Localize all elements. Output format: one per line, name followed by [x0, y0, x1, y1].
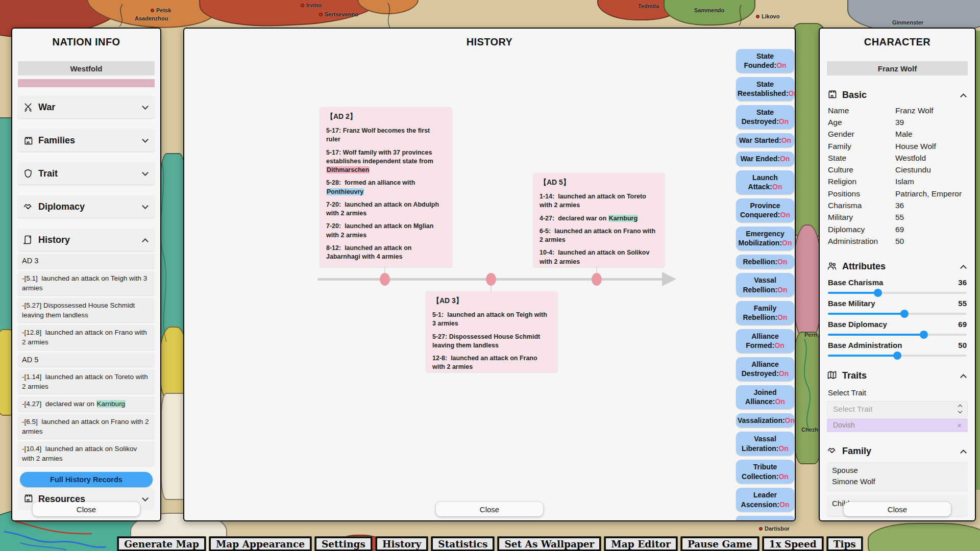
timeline-dot[interactable] [592, 273, 602, 286]
toggle-rebellion[interactable]: Rebellion:On [736, 255, 794, 269]
kv-label: Culture [828, 165, 895, 174]
city-marker-dot [301, 4, 304, 7]
toggle-state: On [772, 183, 782, 191]
toggle-state: On [777, 313, 787, 321]
nation-close-button[interactable]: Close [33, 502, 140, 516]
toggle-alliance-destroyed[interactable]: Alliance Destroyed:On [736, 357, 794, 381]
family-section-label: Family [842, 446, 956, 457]
attribute-sliders: Base Charisma36Base Military55Base Diplo… [827, 278, 968, 357]
slider-thumb[interactable] [893, 352, 901, 360]
trait-select[interactable]: Select Trait [827, 401, 968, 417]
toggle-joined-alliance[interactable]: Joined Alliance:On [736, 385, 794, 409]
toolbar-history[interactable]: History [376, 537, 428, 551]
slider-track[interactable] [828, 355, 967, 357]
section-row-war[interactable]: War [18, 96, 155, 118]
toggle-emergency-mobilization[interactable]: Emergency Mobilization:On [736, 227, 794, 251]
toggle-state-reestablished[interactable]: State Reestablished:On [736, 77, 794, 101]
toggle-war-ended[interactable]: War Ended:On [736, 152, 794, 166]
toggle-state-founded[interactable]: State Founded:On [736, 49, 794, 73]
card-title: 【AD 3】 [432, 296, 551, 306]
history-year-header[interactable]: AD 3 [18, 254, 155, 268]
toggle-province-conquered[interactable]: Province Conquered:On [736, 198, 794, 222]
section-row-trait[interactable]: Trait [18, 162, 155, 185]
section-row-history[interactable]: History [18, 229, 155, 251]
full-history-records-button[interactable]: Full History Records [20, 472, 153, 487]
select-trait-label: Select Trait [827, 388, 968, 397]
toggle-vassal-rebellion[interactable]: Vassal Rebellion:On [736, 273, 794, 297]
toggle-state: On [781, 136, 791, 144]
history-close-button[interactable]: Close [436, 502, 543, 516]
chevron-down-icon [142, 103, 149, 110]
toggle-leader-ascension[interactable]: Leader Ascension:On [736, 488, 794, 512]
toolbar-map-editor[interactable]: Map Editor [604, 537, 677, 551]
toggle-tribute-collection[interactable]: Tribute Collection:On [736, 460, 794, 484]
city-marker-dot [151, 9, 154, 12]
toggle-family-rebellion[interactable]: Family Rebellion:On [736, 301, 794, 325]
map-label: Pern [804, 332, 817, 338]
section-label: War [38, 102, 138, 113]
slider-value: 55 [958, 299, 967, 308]
toggle-state-destroyed[interactable]: State Destroyed:On [736, 105, 794, 129]
chevron-down-icon [142, 495, 149, 502]
toggle-vassal-liberation[interactable]: Vassal Liberation:On [736, 432, 794, 456]
history-event-item[interactable]: -[6.5] launched an attack on Frano with … [18, 414, 155, 439]
card-event: 5-17: Wolf family with 37 provinces esta… [326, 148, 446, 175]
timeline-dot[interactable] [486, 273, 496, 286]
castle-icon [827, 89, 837, 99]
map-label: Chezh [801, 427, 818, 433]
nation-name-button[interactable]: Westfold [18, 61, 155, 76]
chip-remove-icon[interactable]: × [957, 421, 962, 430]
history-event-item[interactable]: -[5.27] Dispossessed House Schmidt leavi… [18, 298, 155, 322]
section-row-families[interactable]: Families [18, 129, 155, 152]
toggle-state: On [778, 444, 788, 453]
toggle-war-started[interactable]: War Started:On [736, 133, 794, 147]
timeline-dot[interactable] [380, 273, 390, 286]
kv-label: Diplomacy [828, 225, 895, 234]
toolbar-1x-speed[interactable]: 1x Speed [763, 537, 823, 551]
toggle-partially-visible[interactable] [736, 516, 794, 521]
map-label: Likovo [762, 13, 779, 19]
slider-thumb[interactable] [900, 310, 909, 318]
character-name-button[interactable]: Franz Wolf [827, 61, 968, 76]
handshake-icon [23, 202, 33, 212]
kv-value: 55 [895, 213, 968, 222]
card-event: 5-27: Dispossessed House Schmidt leaving… [432, 333, 551, 350]
toolbar-tips[interactable]: Tips [827, 537, 863, 551]
slider-track[interactable] [828, 334, 967, 336]
castle-icon [23, 135, 33, 145]
toolbar-pause-game[interactable]: Pause Game [681, 537, 759, 551]
traits-section-label: Traits [842, 370, 956, 381]
slider-track[interactable] [828, 313, 967, 315]
card-event: 8-12: launched an attack on Jabarnhagi w… [326, 244, 446, 262]
toolbar-set-as-wallpaper[interactable]: Set As Wallpaper [498, 537, 601, 551]
map-label: Asadenzhou [135, 15, 168, 21]
slider-track[interactable] [828, 292, 967, 294]
history-event-item[interactable]: -[10.4] launched an attack on Solikov wi… [18, 441, 155, 466]
section-header-traits[interactable]: Traits [827, 370, 968, 382]
section-row-diplomacy[interactable]: Diplomacy [18, 195, 155, 218]
toolbar-generate-map[interactable]: Generate Map [117, 537, 206, 551]
history-event-item[interactable]: -[12.8] launched an attack on Frano with… [18, 325, 155, 349]
toggle-launch-attack[interactable]: Launch Attack:On [736, 170, 794, 194]
spouse-row[interactable]: Spouse Simone Wolf [827, 462, 968, 491]
section-label: Diplomacy [38, 202, 138, 212]
history-year-header[interactable]: AD 5 [18, 353, 155, 367]
character-close-button[interactable]: Close [844, 502, 951, 516]
section-header-attributes[interactable]: Attributes [827, 261, 968, 273]
toolbar-statistics[interactable]: Statistics [431, 537, 494, 551]
history-event-item[interactable]: -[1.14] launched an attack on Toreto wit… [18, 369, 155, 394]
city-marker-dot [319, 13, 323, 16]
history-event-item[interactable]: -[5.1] launched an attack on Teigh with … [18, 271, 155, 295]
slider-thumb[interactable] [874, 289, 882, 297]
toggle-alliance-formed[interactable]: Alliance Formed:On [736, 329, 794, 353]
section-header-basic[interactable]: Basic [827, 89, 968, 101]
toggle-vassalization[interactable]: Vassalization:On [736, 413, 794, 428]
slider-base-charisma: Base Charisma36 [827, 278, 968, 294]
toggle-label: Vassal Rebellion: [743, 276, 777, 293]
card-event: 5-17: Franz Wolf becomes the first ruler [326, 127, 446, 144]
toolbar-map-appearance[interactable]: Map Appearance [209, 537, 311, 551]
toolbar-settings[interactable]: Settings [315, 537, 372, 551]
section-header-family[interactable]: Family [827, 445, 968, 458]
slider-thumb[interactable] [920, 331, 928, 339]
history-event-item[interactable]: -[4.27] declared war on Karnburg [18, 396, 155, 411]
